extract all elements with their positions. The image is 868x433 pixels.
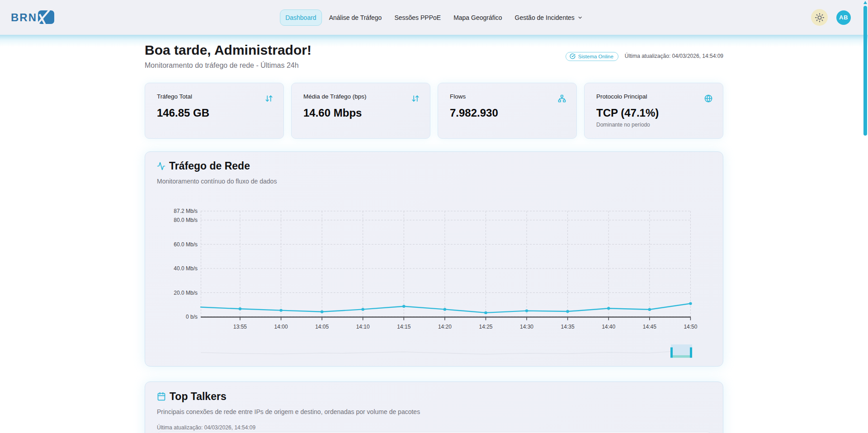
svg-text:14:15: 14:15 <box>397 324 410 330</box>
svg-text:14:40: 14:40 <box>602 324 615 330</box>
svg-text:14:05: 14:05 <box>315 324 329 330</box>
svg-text:14:30: 14:30 <box>520 324 533 330</box>
svg-text:0 b/s: 0 b/s <box>186 314 198 320</box>
svg-text:14:35: 14:35 <box>561 324 575 330</box>
svg-text:14:45: 14:45 <box>643 324 656 330</box>
svg-text:14:10: 14:10 <box>356 324 370 330</box>
svg-text:60.0 Mb/s: 60.0 Mb/s <box>174 241 198 248</box>
svg-text:87.2 Mb/s: 87.2 Mb/s <box>174 208 198 214</box>
svg-text:14:25: 14:25 <box>479 324 492 330</box>
svg-text:14:50: 14:50 <box>684 324 697 330</box>
svg-text:20.0 Mb/s: 20.0 Mb/s <box>174 290 198 296</box>
svg-text:13:55: 13:55 <box>233 324 247 330</box>
svg-text:80.0 Mb/s: 80.0 Mb/s <box>174 217 198 223</box>
svg-text:40.0 Mb/s: 40.0 Mb/s <box>174 265 198 272</box>
svg-text:14:00: 14:00 <box>274 324 288 330</box>
svg-text:14:20: 14:20 <box>438 324 452 330</box>
